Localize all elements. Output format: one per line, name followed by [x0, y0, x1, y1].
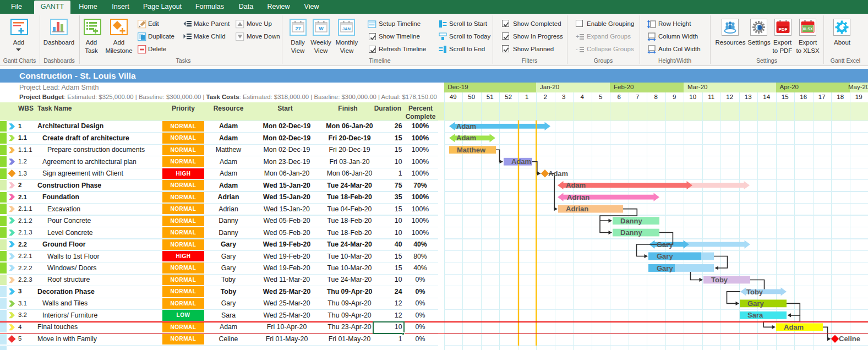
svg-text:Gary: Gary	[747, 299, 764, 308]
svg-text:Gary: Gary	[657, 252, 673, 260]
svg-text:Gary: Gary	[657, 240, 673, 249]
svg-text:Celine: Celine	[839, 335, 860, 343]
svg-text:Sara: Sara	[747, 311, 763, 319]
svg-text:Toby: Toby	[711, 276, 728, 284]
svg-text:Adam: Adam	[456, 134, 476, 142]
svg-text:Adrian: Adrian	[567, 193, 589, 201]
svg-text:Adam: Adam	[548, 169, 568, 178]
svg-text:Adam: Adam	[511, 157, 531, 166]
svg-text:Adam: Adam	[784, 323, 804, 331]
svg-text:Danny: Danny	[620, 228, 643, 237]
svg-text:Gary: Gary	[657, 264, 673, 272]
svg-text:Matthew: Matthew	[457, 146, 486, 154]
svg-text:Danny: Danny	[620, 217, 643, 225]
svg-text:Adrian: Adrian	[566, 205, 588, 213]
svg-text:Adam: Adam	[456, 122, 476, 130]
svg-text:Adam: Adam	[566, 181, 586, 189]
svg-text:Toby: Toby	[746, 288, 763, 296]
